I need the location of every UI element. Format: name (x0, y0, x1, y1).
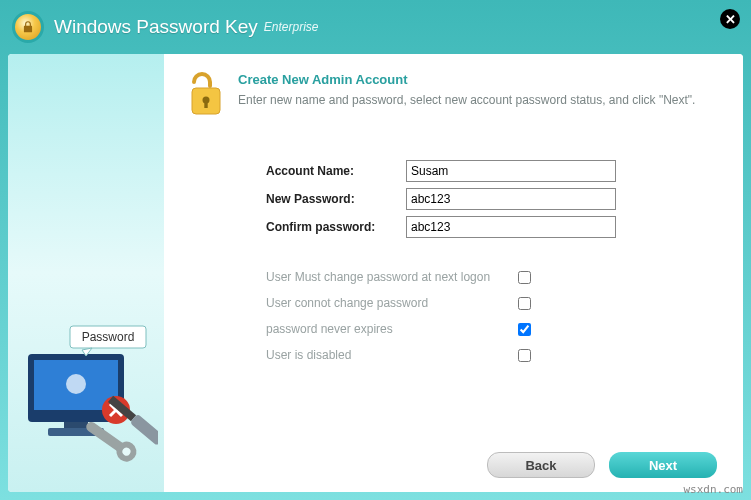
back-button[interactable]: Back (487, 452, 595, 478)
new-password-input[interactable] (406, 188, 616, 210)
app-edition: Enterprise (264, 20, 319, 34)
account-form: Account Name: New Password: Confirm pass… (266, 160, 713, 238)
watermark: wsxdn.com (683, 483, 743, 496)
password-options: User Must change password at next logon … (266, 270, 713, 362)
new-password-label: New Password: (266, 192, 406, 206)
button-bar: Back Next (487, 452, 717, 478)
content-stage: Password (8, 54, 743, 492)
sidebar: Password (8, 54, 164, 492)
step-header: Create New Admin Account Enter new name … (186, 72, 713, 120)
opt-must-change-label: User Must change password at next logon (266, 270, 518, 284)
svg-rect-3 (64, 422, 88, 428)
confirm-password-input[interactable] (406, 216, 616, 238)
app-logo-icon (12, 11, 44, 43)
lock-open-icon (186, 72, 226, 120)
main-panel: Create New Admin Account Enter new name … (164, 54, 743, 492)
sidebar-illustration: Password (14, 302, 158, 482)
account-name-label: Account Name: (266, 164, 406, 178)
svg-rect-14 (204, 100, 207, 108)
step-title: Create New Admin Account (238, 72, 695, 87)
opt-disabled-label: User is disabled (266, 348, 518, 362)
opt-never-expires-label: password never expires (266, 322, 518, 336)
app-title: Windows Password Key (54, 16, 258, 38)
confirm-password-label: Confirm password: (266, 220, 406, 234)
account-name-input[interactable] (406, 160, 616, 182)
opt-must-change-checkbox[interactable] (518, 271, 531, 284)
opt-cannot-change-label: User connot change password (266, 296, 518, 310)
svg-rect-11 (130, 414, 158, 446)
svg-point-2 (66, 374, 86, 394)
next-button[interactable]: Next (609, 452, 717, 478)
opt-never-expires-checkbox[interactable] (518, 323, 531, 336)
title-bar: Windows Password Key Enterprise ✕ (0, 0, 751, 54)
opt-disabled-checkbox[interactable] (518, 349, 531, 362)
close-button[interactable]: ✕ (720, 9, 740, 29)
opt-cannot-change-checkbox[interactable] (518, 297, 531, 310)
step-description: Enter new name and password, select new … (238, 91, 695, 109)
password-badge-text: Password (82, 330, 135, 344)
